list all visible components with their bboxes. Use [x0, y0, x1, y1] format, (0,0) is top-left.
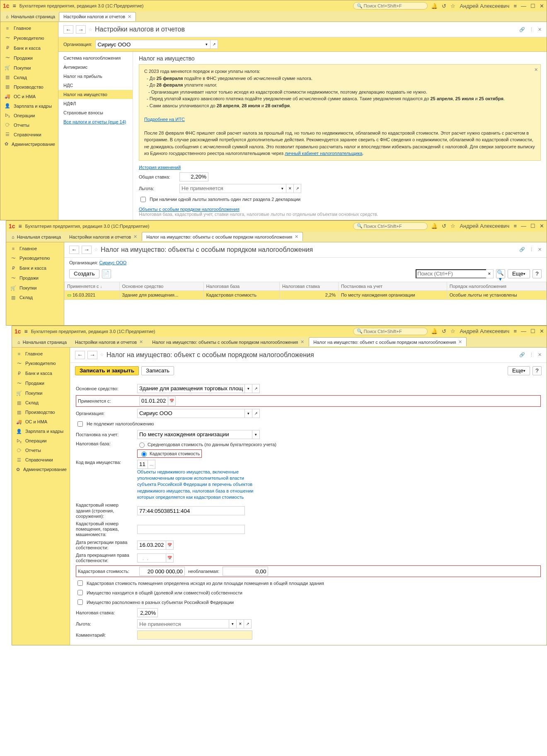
bell-icon[interactable]: 🔔 — [431, 3, 438, 9]
sidebar-item[interactable]: ☰Справочники — [0, 130, 58, 139]
star-icon[interactable]: ☆ — [94, 247, 98, 252]
sidebar-item[interactable]: 🛒Покупки — [12, 389, 70, 398]
maximize-icon[interactable]: ☐ — [530, 3, 535, 9]
close-icon[interactable]: ✕ — [540, 3, 544, 9]
history-icon[interactable]: ↺ — [442, 223, 446, 229]
sidebar-item[interactable]: ▥Склад — [0, 72, 58, 82]
tax-item[interactable]: НДС — [58, 81, 133, 90]
dropdown-icon[interactable]: ▾ — [279, 184, 286, 193]
menu-icon[interactable]: ≡ — [13, 2, 16, 9]
asset-input[interactable] — [137, 384, 245, 393]
objects-link[interactable]: Объекты с особым порядком налогообложени… — [139, 207, 240, 212]
menu-button[interactable]: ≡ — [513, 3, 517, 9]
forward-button[interactable]: → — [87, 351, 97, 359]
dropdown-icon[interactable]: ▾ — [203, 40, 211, 49]
date-from-input[interactable] — [139, 396, 168, 406]
tax-item[interactable]: НДФЛ — [58, 99, 133, 108]
col-date[interactable]: Применяется с ↓ — [65, 282, 120, 290]
star-icon[interactable]: ☆ — [450, 223, 455, 229]
clear-icon[interactable]: ✕ — [286, 184, 294, 193]
close-icon[interactable]: ✕ — [538, 27, 542, 32]
copy-button[interactable]: 📄 — [102, 269, 111, 278]
more-button[interactable]: Еще ▾ — [508, 366, 530, 375]
sidebar-item[interactable]: ▥Производство — [12, 408, 70, 417]
tab-object-item[interactable]: Налог на имущество: объект с особым поря… — [309, 337, 467, 346]
search-button[interactable]: 🔍▾ — [496, 269, 505, 278]
sidebar-item[interactable]: ₽Банк и касса — [6, 263, 64, 273]
sidebar-item[interactable]: 👤Зарплата и кадры — [12, 427, 70, 436]
sidebar-item[interactable]: 🛒Покупки — [0, 63, 58, 72]
cadastral-number-input[interactable] — [137, 506, 245, 515]
sidebar-item[interactable]: ₽Банк и касса — [0, 43, 58, 53]
org-link[interactable]: Сириус ООО — [99, 260, 126, 265]
back-button[interactable]: ← — [69, 246, 79, 254]
forward-button[interactable]: → — [82, 246, 92, 254]
open-icon[interactable]: ↗ — [211, 40, 218, 49]
single-benefit-checkbox[interactable] — [140, 197, 146, 202]
multi-region-checkbox[interactable] — [77, 599, 83, 605]
back-button[interactable]: ← — [63, 25, 73, 34]
tab-objects-list[interactable]: Налог на имущество: объекты с особым пор… — [148, 337, 309, 346]
sidebar-item[interactable]: ✿Администрирование — [0, 139, 58, 149]
col-order[interactable]: Порядок налогообложения — [447, 282, 546, 290]
global-search[interactable]: 🔍 — [353, 222, 428, 230]
calendar-icon[interactable]: 📅 — [166, 553, 174, 563]
col-reg[interactable]: Постановка на учет — [338, 282, 447, 290]
tab-settings[interactable]: Настройки налогов и отчетов✕ — [59, 12, 136, 21]
forward-button[interactable]: → — [76, 25, 86, 34]
sidebar-item[interactable]: 〜Руководителю — [6, 253, 64, 263]
help-button[interactable]: ? — [532, 269, 542, 278]
lk-link[interactable]: личный кабинет налогоплательщика — [285, 151, 362, 156]
reg-select[interactable] — [137, 430, 252, 439]
cadastral-cost-input[interactable] — [139, 567, 185, 576]
tax-item[interactable]: Страховые взносы — [58, 108, 133, 117]
sidebar-item[interactable]: ᐅᵪОперации — [12, 436, 70, 446]
its-link[interactable]: Подробнее на ИТС — [144, 117, 185, 122]
sidebar-item[interactable]: ▥Склад — [6, 293, 64, 302]
tab-home[interactable]: ⌂Начальная страница — [2, 12, 59, 21]
col-base[interactable]: Налоговая база — [203, 282, 279, 290]
org-input[interactable] — [137, 409, 245, 418]
bell-icon[interactable]: 🔔 — [431, 223, 438, 229]
close-icon[interactable]: ✕ — [128, 14, 131, 19]
table-row[interactable]: ▭ 16.03.2021 Здание для размещения... Ка… — [65, 290, 547, 300]
cadastral-room-input[interactable] — [137, 525, 245, 534]
tax-item[interactable]: Налог на прибыль — [58, 72, 133, 81]
sidebar-item[interactable]: ▥Производство — [0, 82, 58, 92]
calendar-icon[interactable]: 📅 — [166, 541, 174, 550]
sidebar-item[interactable]: 〜Руководителю — [12, 358, 70, 369]
save-button[interactable]: Записать — [141, 366, 174, 375]
list-search[interactable] — [416, 269, 486, 278]
sidebar-item[interactable]: 👤Зарплата и кадры — [0, 101, 58, 111]
tab-settings[interactable]: Настройки налогов и отчетов✕ — [65, 232, 142, 241]
create-button[interactable]: Создать — [69, 269, 99, 278]
tax-rate-input[interactable] — [137, 608, 158, 617]
close-icon[interactable]: ✕ — [534, 66, 538, 73]
nontax-input[interactable] — [223, 567, 268, 576]
radio-cadastral[interactable]: Кадастровая стоимость — [137, 449, 202, 458]
tax-item[interactable]: Антикризис — [58, 63, 133, 72]
help-button[interactable]: ? — [532, 366, 542, 375]
global-search[interactable]: 🔍 — [353, 328, 428, 335]
radio-avg[interactable]: Среднегодовая стоимость (по данным бухга… — [137, 441, 276, 448]
star-icon[interactable]: ☆ — [450, 3, 455, 9]
sidebar-item[interactable]: ≡Главное — [6, 244, 64, 253]
sidebar-item[interactable]: ≡Главное — [0, 24, 58, 33]
sidebar-item[interactable]: 〜Продажи — [0, 53, 58, 63]
tab-home[interactable]: ⌂Начальная страница — [14, 337, 70, 346]
more-icon[interactable]: ⋮ — [529, 27, 534, 32]
menu-icon[interactable]: ≡ — [24, 328, 28, 335]
tab-objects-list[interactable]: Налог на имущество: объекты с особым пор… — [142, 232, 303, 241]
share-area-checkbox[interactable] — [77, 580, 83, 586]
sidebar-item[interactable]: ▥Склад — [12, 398, 70, 408]
user-name[interactable]: Андрей Алексеевич — [460, 3, 509, 9]
sidebar-item[interactable]: 〜Руководителю — [0, 33, 58, 43]
menu-icon[interactable]: ≡ — [19, 223, 22, 229]
link-icon[interactable]: 🔗 — [519, 27, 525, 32]
all-taxes-link[interactable]: Все налоги и отчеты (еще 14) — [58, 117, 133, 126]
rate-input[interactable] — [179, 172, 208, 181]
sidebar-item[interactable]: ₽Банк и касса — [12, 369, 70, 378]
col-asset[interactable]: Основное средство — [119, 282, 203, 290]
global-search[interactable]: 🔍 — [353, 2, 428, 10]
tax-item[interactable]: Система налогообложения — [58, 53, 133, 63]
